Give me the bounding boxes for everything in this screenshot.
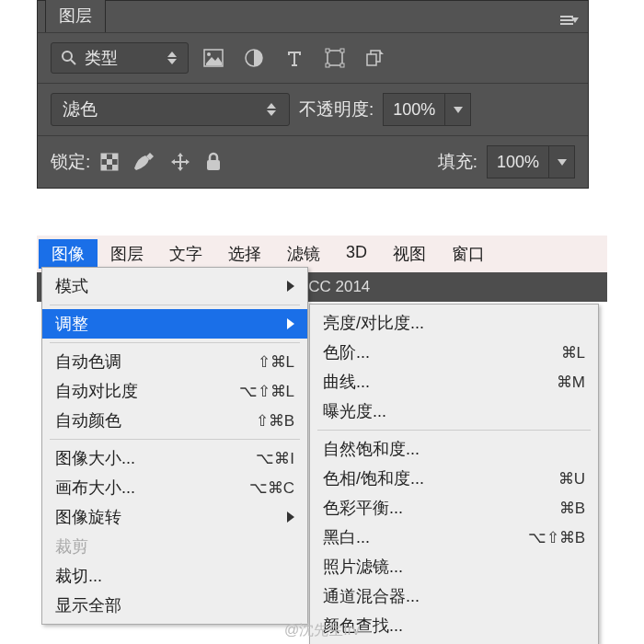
- menu-item-channel-mixer[interactable]: 通道混合器...: [310, 581, 598, 611]
- menu-item-auto-contrast[interactable]: 自动对比度⌥⇧⌘L: [42, 376, 307, 406]
- opacity-input[interactable]: 100%: [383, 93, 471, 126]
- lock-pixels-icon[interactable]: [132, 152, 156, 172]
- svg-rect-16: [207, 160, 220, 170]
- filter-label: 类型: [85, 47, 118, 69]
- fill-caret-icon[interactable]: [548, 146, 574, 178]
- menu-item-image-size[interactable]: 图像大小...⌥⌘I: [42, 443, 307, 473]
- layers-tab[interactable]: 图层: [45, 0, 106, 32]
- menu-item-photo-filter[interactable]: 照片滤镜...: [310, 552, 598, 581]
- lock-all-icon[interactable]: [204, 152, 223, 172]
- blend-mode-value: 滤色: [63, 98, 98, 121]
- dropdown-caret-icon: [265, 103, 278, 116]
- svg-rect-13: [107, 159, 112, 165]
- svg-rect-8: [326, 63, 329, 67]
- menu-item-exposure[interactable]: 曝光度...: [310, 397, 598, 426]
- menu-image[interactable]: 图像: [39, 239, 98, 269]
- menu-view[interactable]: 视图: [380, 239, 439, 269]
- menu-item-levels[interactable]: 色阶...⌘L: [310, 338, 598, 367]
- fill-label: 填充:: [438, 150, 477, 174]
- menu-item-curves[interactable]: 曲线...⌘M: [310, 367, 598, 397]
- filter-adjustment-icon[interactable]: [238, 44, 270, 72]
- svg-rect-14: [101, 165, 107, 170]
- lock-transparency-icon[interactable]: [99, 152, 120, 172]
- svg-rect-7: [340, 49, 344, 52]
- menu-layer[interactable]: 图层: [98, 239, 156, 269]
- menu-item-brightness[interactable]: 亮度/对比度...: [310, 308, 598, 338]
- image-menu-dropdown: 模式 调整 自动色调⇧⌘L 自动对比度⌥⇧⌘L 自动颜色⇧⌘B 图像大小...⌥…: [41, 267, 308, 625]
- menu-item-trim[interactable]: 裁切...: [42, 561, 307, 591]
- submenu-arrow-icon: [287, 315, 294, 334]
- submenu-arrow-icon: [287, 508, 294, 527]
- watermark: @沈先生Irv: [0, 621, 644, 640]
- submenu-arrow-icon: [287, 277, 294, 296]
- menu-item-hue[interactable]: 色相/饱和度...⌘U: [310, 464, 598, 493]
- menu-item-image-rotation[interactable]: 图像旋转: [42, 502, 307, 532]
- menu-item-canvas-size[interactable]: 画布大小...⌥⌘C: [42, 473, 307, 502]
- menu-item-auto-tone[interactable]: 自动色调⇧⌘L: [42, 347, 307, 376]
- panel-menu-icon[interactable]: [560, 14, 579, 27]
- svg-rect-11: [101, 154, 107, 159]
- opacity-label: 不透明度:: [299, 98, 374, 121]
- svg-rect-9: [340, 63, 344, 67]
- lock-label: 锁定:: [51, 150, 90, 174]
- menu-item-auto-color[interactable]: 自动颜色⇧⌘B: [42, 406, 307, 435]
- menu-item-black-white[interactable]: 黑白...⌥⇧⌘B: [310, 523, 598, 552]
- menu-item-color-balance[interactable]: 色彩平衡...⌘B: [310, 493, 598, 523]
- menu-item-mode[interactable]: 模式: [42, 271, 307, 301]
- filter-type-icon[interactable]: [279, 44, 310, 72]
- search-icon: [61, 50, 77, 66]
- blend-mode-dropdown[interactable]: 滤色: [51, 93, 290, 126]
- svg-point-0: [63, 52, 72, 61]
- opacity-value: 100%: [384, 100, 444, 120]
- dropdown-caret-icon: [166, 52, 178, 64]
- svg-rect-6: [326, 49, 329, 52]
- layer-filter-dropdown[interactable]: 类型: [51, 42, 189, 74]
- layers-panel: 图层 类型 滤色 不透明度: 1: [37, 0, 589, 189]
- fill-value: 100%: [488, 153, 548, 172]
- svg-rect-12: [112, 154, 118, 159]
- menu-item-reveal-all[interactable]: 显示全部: [42, 591, 307, 620]
- fill-input[interactable]: 100%: [487, 145, 575, 178]
- svg-point-3: [207, 52, 211, 56]
- menu-item-crop: 裁剪: [42, 532, 307, 561]
- opacity-caret-icon[interactable]: [444, 94, 470, 125]
- menu-type[interactable]: 文字: [156, 239, 215, 269]
- filter-pixel-icon[interactable]: [198, 44, 229, 72]
- svg-line-1: [71, 60, 75, 64]
- adjustments-submenu: 亮度/对比度... 色阶...⌘L 曲线...⌘M 曝光度... 自然饱和度..…: [309, 304, 599, 644]
- menu-item-adjustments[interactable]: 调整: [42, 309, 307, 339]
- menu-select[interactable]: 选择: [215, 239, 274, 269]
- menu-3d[interactable]: 3D: [333, 239, 380, 269]
- menu-filter[interactable]: 滤镜: [274, 239, 333, 269]
- svg-rect-15: [112, 165, 118, 170]
- menu-item-vibrance[interactable]: 自然饱和度...: [310, 434, 598, 464]
- filter-smart-icon[interactable]: [360, 44, 391, 72]
- filter-shape-icon[interactable]: [319, 44, 351, 72]
- lock-position-icon[interactable]: [169, 151, 191, 173]
- menu-window[interactable]: 窗口: [439, 239, 498, 269]
